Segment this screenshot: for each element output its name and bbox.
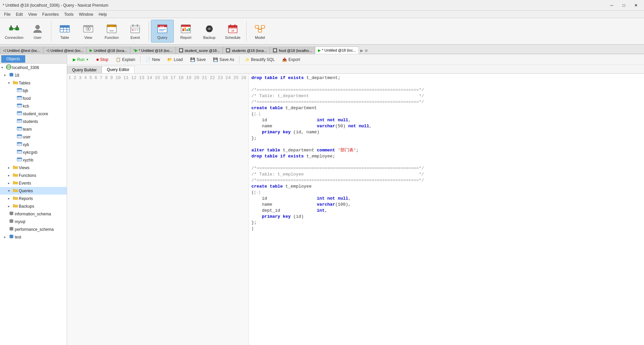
menu-help[interactable]: Help bbox=[96, 11, 110, 17]
doc-tab-2[interactable]: ◁ Untitled @test (loc... bbox=[43, 47, 87, 54]
sidebar-item-17[interactable]: ▸Reports bbox=[0, 195, 67, 202]
save-as-icon: 💾 bbox=[213, 57, 218, 62]
maximize-button[interactable]: □ bbox=[619, 2, 629, 9]
view-label: View bbox=[84, 36, 92, 40]
tree-arrow-2: ▾ bbox=[8, 81, 12, 85]
run-dropdown-icon[interactable]: ▼ bbox=[86, 58, 89, 61]
menu-tools[interactable]: Tools bbox=[61, 11, 76, 17]
toolbar-view[interactable]: View bbox=[77, 20, 100, 43]
toolbar-query[interactable]: SQL Query bbox=[151, 20, 174, 43]
sidebar-item-16[interactable]: ▾Queries bbox=[0, 187, 67, 195]
sidebar-item-2[interactable]: ▾Tables bbox=[0, 79, 67, 87]
main-toolbar: Connection User Table bbox=[0, 18, 644, 45]
save-as-button[interactable]: 💾 Save As bbox=[210, 56, 237, 64]
run-button[interactable]: ▶ Run ▼ bbox=[70, 56, 92, 64]
connection-label: Connection bbox=[5, 36, 23, 40]
sidebar-item-0[interactable]: ▾localhost_3306 bbox=[0, 64, 67, 71]
tree-icon-17 bbox=[13, 195, 18, 202]
menu-view[interactable]: View bbox=[25, 11, 40, 17]
tree-label-8: team bbox=[23, 127, 32, 132]
code-content[interactable]: drop table if exists t_department; /*===… bbox=[249, 74, 644, 345]
doc-tab-6-label: students @18 (loca... bbox=[232, 49, 267, 53]
toolbar-function[interactable]: f(x) func Function bbox=[100, 20, 123, 43]
toolbar-event[interactable]: Event bbox=[124, 20, 147, 43]
beautify-button[interactable]: ✨ Beautify SQL bbox=[241, 56, 278, 64]
stop-button[interactable]: ■ Stop bbox=[93, 56, 111, 64]
svg-point-60 bbox=[9, 75, 13, 77]
objects-toolbar: Objects bbox=[0, 54, 67, 64]
minimize-button[interactable]: ─ bbox=[606, 2, 617, 9]
menu-edit[interactable]: Edit bbox=[13, 11, 25, 17]
toolbar-model[interactable]: Model bbox=[249, 20, 271, 43]
code-editor[interactable]: 1 2 3 4 5 6 7 8 9 10 11 12 13 14 15 16 1… bbox=[67, 74, 644, 345]
tree-icon-18 bbox=[13, 203, 18, 209]
tree-icon-7 bbox=[17, 118, 22, 125]
new-button[interactable]: 📄 New bbox=[143, 56, 163, 64]
close-button[interactable]: ✕ bbox=[631, 2, 641, 9]
toolbar-report[interactable]: Report bbox=[174, 20, 197, 43]
sidebar-item-13[interactable]: ▸Views bbox=[0, 164, 67, 171]
user-label: User bbox=[34, 36, 41, 40]
sidebar-item-20[interactable]: mysql bbox=[0, 218, 67, 225]
sidebar-item-4[interactable]: food bbox=[0, 94, 67, 102]
sidebar: Objects ▾localhost_3306▾18▾Tablesbjbfood… bbox=[0, 54, 67, 345]
sidebar-item-11[interactable]: xykcgxb bbox=[0, 148, 67, 156]
doc-tab-6[interactable]: 🔲 students @18 (loca... bbox=[223, 47, 270, 54]
sidebar-item-10[interactable]: xyb bbox=[0, 141, 67, 148]
content-area: ▶ Run ▼ ■ Stop 📋 Explain 📄 New 📂 Load bbox=[67, 54, 644, 345]
toolbar-table[interactable]: Table bbox=[53, 20, 76, 43]
event-label: Event bbox=[130, 36, 140, 40]
save-button[interactable]: 💾 Save bbox=[187, 56, 209, 64]
toolbar-schedule[interactable]: 16 Schedule bbox=[221, 20, 244, 43]
doc-tab-3[interactable]: ▶ Untitled @18 (loca... bbox=[87, 47, 130, 54]
sidebar-item-12[interactable]: xyzhb bbox=[0, 156, 67, 164]
sidebar-item-5[interactable]: kcb bbox=[0, 102, 67, 110]
query-editor-tab[interactable]: Query Editor bbox=[102, 66, 134, 73]
objects-tab[interactable]: Objects bbox=[1, 55, 25, 63]
sidebar-item-3[interactable]: bjb bbox=[0, 87, 67, 94]
sidebar-item-8[interactable]: team bbox=[0, 125, 67, 133]
doc-tab-7[interactable]: 🔲 food @18 (localho... bbox=[270, 47, 315, 54]
sidebar-item-22[interactable]: ▸test bbox=[0, 233, 67, 241]
sidebar-item-15[interactable]: ▸Events bbox=[0, 179, 67, 187]
tree-label-21: performance_schema bbox=[15, 227, 54, 232]
tree-label-14: Functions bbox=[19, 173, 36, 178]
menu-favorites[interactable]: Favorites bbox=[40, 11, 61, 17]
action-toolbar: ▶ Run ▼ ■ Stop 📋 Explain 📄 New 📂 Load bbox=[67, 54, 644, 65]
doc-tab-4-label: * Untitled @18 (loc... bbox=[139, 49, 173, 53]
sidebar-item-1[interactable]: ▾18 bbox=[0, 71, 67, 79]
doc-tab-4[interactable]: *▶ * Untitled @18 (loc... bbox=[130, 47, 175, 54]
export-button[interactable]: 📤 Export bbox=[279, 56, 303, 64]
tree-icon-13 bbox=[13, 164, 18, 171]
tree-arrow-13: ▸ bbox=[8, 166, 12, 169]
doc-tab-1[interactable]: ◁ Untitled @test (loc... bbox=[0, 47, 43, 54]
tree-label-5: kcb bbox=[23, 104, 29, 109]
menu-file[interactable]: File bbox=[1, 11, 13, 17]
sidebar-item-6[interactable]: student_score bbox=[0, 110, 67, 118]
menu-window[interactable]: Window bbox=[76, 11, 96, 17]
toolbar-connection[interactable]: Connection bbox=[3, 20, 25, 43]
svg-rect-98 bbox=[17, 158, 22, 159]
svg-rect-78 bbox=[17, 119, 22, 121]
doc-tab-5[interactable]: 🔲 student_score @18... bbox=[176, 47, 223, 54]
load-button[interactable]: 📂 Load bbox=[164, 56, 186, 64]
sidebar-item-21[interactable]: performance_schema bbox=[0, 225, 67, 233]
sidebar-item-19[interactable]: information_schema bbox=[0, 210, 67, 218]
svg-rect-24 bbox=[137, 24, 138, 26]
explain-button[interactable]: 📋 Explain bbox=[113, 56, 138, 64]
sidebar-item-9[interactable]: user bbox=[0, 133, 67, 141]
svg-rect-70 bbox=[17, 104, 22, 105]
tabbar-scroll-right[interactable]: ▶ bbox=[360, 48, 363, 53]
svg-rect-0 bbox=[9, 27, 13, 30]
schedule-label: Schedule bbox=[225, 36, 240, 40]
doc-tab-8[interactable]: ▶ * Untitled @18 (loc... bbox=[315, 47, 359, 54]
toolbar-backup[interactable]: Backup bbox=[198, 20, 221, 43]
menubar: File Edit View Favorites Tools Window He… bbox=[0, 11, 644, 18]
query-builder-tab[interactable]: Query Builder bbox=[67, 66, 102, 73]
sidebar-item-7[interactable]: students bbox=[0, 118, 67, 125]
sidebar-item-18[interactable]: ▸Backups bbox=[0, 202, 67, 210]
svg-point-106 bbox=[9, 229, 13, 231]
toolbar-user[interactable]: User bbox=[26, 20, 49, 43]
sidebar-item-14[interactable]: ▸Functions bbox=[0, 171, 67, 179]
tabbar-extra[interactable]: ⊕ bbox=[365, 48, 368, 53]
